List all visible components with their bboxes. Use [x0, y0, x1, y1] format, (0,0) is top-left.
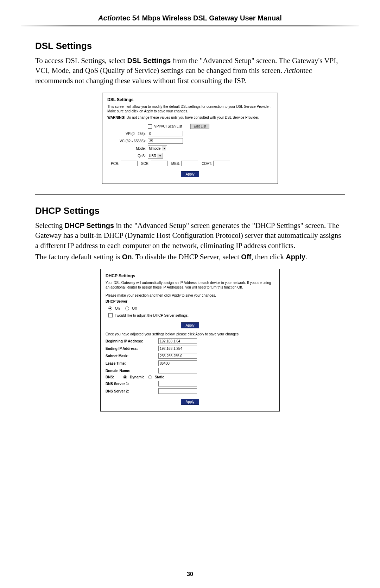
- scan-list-checkbox[interactable]: [148, 124, 152, 129]
- dns-dynamic-radio[interactable]: [123, 375, 127, 379]
- dhcp-p2-e: , then click: [251, 253, 286, 261]
- dhcp-p2-on: On: [122, 253, 132, 261]
- dns-label: DNS:: [106, 375, 120, 379]
- vci-label: VCI(32 - 65535):: [107, 139, 148, 143]
- scan-list-label: VPI/VCI Scan List: [154, 124, 182, 128]
- dns2-input[interactable]: [158, 388, 197, 394]
- dhcp-adjusted-note: Once you have adjusted your settings bel…: [106, 332, 274, 336]
- dsl-ss-title: DSL Settings: [107, 97, 273, 102]
- scr-label: SCR:: [141, 162, 150, 166]
- warning-text: Do not change these values until you hav…: [126, 116, 259, 119]
- dns-type-row: DNS: Dynamic Static: [106, 375, 274, 379]
- dsl-form: VPI/VCI Scan List Edit List VPI(0 - 255)…: [107, 124, 273, 177]
- dns-dynamic-label: Dynamic: [130, 375, 145, 379]
- dns1-input[interactable]: [158, 381, 197, 386]
- dhcp-apply-button-2[interactable]: Apply: [181, 399, 199, 405]
- brand-rest: tec 54 Mbps Wireless DSL Gateway User Ma…: [120, 14, 282, 22]
- dsl-ss-warning: WARNING! Do not change these values unti…: [107, 116, 273, 119]
- dhcp-p1-a: Selecting: [35, 221, 64, 230]
- dhcp-apply-button-1[interactable]: Apply: [181, 322, 199, 328]
- mbs-input[interactable]: [181, 161, 198, 166]
- on-label: On: [115, 307, 120, 310]
- scr-input[interactable]: [151, 161, 168, 166]
- end-ip-label: Ending IP Address:: [106, 347, 158, 351]
- qos-value: UBR: [149, 154, 156, 158]
- dns2-label: DNS Server 2:: [106, 389, 158, 393]
- warning-label: WARNING!: [107, 116, 126, 119]
- edit-list-button[interactable]: Edit List: [190, 124, 209, 129]
- off-label: Off: [132, 307, 137, 310]
- chevron-down-icon: ▾: [158, 154, 162, 158]
- dsl-settings-heading: DSL Settings: [35, 41, 345, 51]
- vci-input[interactable]: 35: [148, 138, 183, 144]
- begin-ip-row: Beginning IP Address: 192.168.1.64: [106, 338, 274, 344]
- dsl-apply-button[interactable]: Apply: [181, 171, 199, 177]
- dhcp-settings-heading: DHCP Settings: [35, 205, 345, 216]
- vci-row: VCI(32 - 65535): 35: [107, 138, 273, 144]
- dhcp-p2-g: .: [305, 253, 307, 261]
- adjust-row: I would like to adjust the DHCP Server s…: [108, 313, 274, 317]
- page: Actiontec 54 Mbps Wireless DSL Gateway U…: [0, 0, 380, 588]
- dns1-row: DNS Server 1:: [106, 381, 274, 386]
- dns2-row: DNS Server 2:: [106, 388, 274, 394]
- rate-params-row: PCR: SCR: MBS: CDVT:: [107, 161, 273, 166]
- adjust-checkbox[interactable]: [108, 313, 113, 317]
- dsl-intro-a: To access DSL Settings, select: [35, 56, 127, 65]
- manual-header: Actiontec 54 Mbps Wireless DSL Gateway U…: [35, 14, 345, 22]
- section-divider: [35, 194, 345, 195]
- dhcp-apply1-wrap: Apply: [106, 322, 274, 328]
- dhcp-p1-bold: DHCP Settings: [64, 222, 114, 229]
- mode-row: Mode: Mmode ▾: [107, 146, 273, 151]
- dhcp-p2-apply: Apply: [286, 253, 305, 261]
- qos-select[interactable]: UBR ▾: [148, 153, 163, 159]
- chevron-down-icon: ▾: [162, 146, 166, 150]
- dhcp-ss-desc: Your DSL Gateway will automatically assi…: [106, 280, 274, 290]
- vpi-input[interactable]: 0: [148, 131, 183, 136]
- dhcp-p2-off: Off: [241, 253, 251, 261]
- qos-row: QoS: UBR ▾: [107, 153, 273, 159]
- dsl-ss-desc: This screen will allow you to modify the…: [107, 104, 273, 113]
- dhcp-off-radio[interactable]: [125, 307, 129, 310]
- dhcp-paragraph-1: Selecting DHCP Settings in the "Advanced…: [35, 221, 345, 250]
- cdvt-input[interactable]: [213, 161, 230, 166]
- lease-input[interactable]: 86400: [158, 360, 197, 366]
- subnet-row: Subnet Mask: 255.255.255.0: [106, 353, 274, 359]
- mode-value: Mmode: [149, 147, 160, 150]
- dhcp-p2-c: . To disable the DHCP Server, select: [132, 253, 241, 261]
- dsl-intro-paragraph: To access DSL Settings, select DSL Setti…: [35, 56, 345, 86]
- dsl-apply-wrap: Apply: [107, 171, 273, 177]
- begin-ip-label: Beginning IP Address:: [106, 339, 158, 343]
- dhcp-p2-a: The factory default setting is: [35, 253, 122, 261]
- adjust-label: I would like to adjust the DHCP Server s…: [115, 314, 189, 317]
- vpi-label: VPI(0 - 255):: [107, 132, 148, 136]
- dhcp-ss-title: DHCP Settings: [106, 273, 274, 278]
- mode-select[interactable]: Mmode ▾: [148, 146, 167, 151]
- dsl-intro-italic: Action: [284, 66, 303, 75]
- dsl-screenshot: DSL Settings This screen will allow you …: [102, 93, 278, 184]
- pcr-label: PCR:: [111, 162, 119, 166]
- dhcp-ss-instruction: Please make your selection and then clic…: [106, 293, 274, 298]
- end-ip-row: Ending IP Address: 192.168.1.254: [106, 346, 274, 351]
- dns1-label: DNS Server 1:: [106, 382, 158, 386]
- header-divider: [21, 25, 359, 26]
- end-ip-input[interactable]: 192.168.1.254: [158, 346, 197, 351]
- domain-row: Domain Name:: [106, 368, 274, 373]
- page-number: 30: [0, 571, 380, 577]
- dsl-intro-bold: DSL Settings: [127, 57, 171, 64]
- dhcp-on-off-row: On Off: [108, 307, 274, 310]
- dhcp-screenshot: DHCP Settings Your DSL Gateway will auto…: [100, 269, 280, 411]
- scan-list-row: VPI/VCI Scan List Edit List: [107, 124, 273, 129]
- domain-input[interactable]: [158, 368, 197, 373]
- dns-static-radio[interactable]: [148, 375, 152, 379]
- brand-italic: Action: [98, 14, 120, 22]
- dhcp-on-radio[interactable]: [108, 307, 112, 310]
- subnet-input[interactable]: 255.255.255.0: [158, 353, 197, 359]
- subnet-label: Subnet Mask:: [106, 354, 158, 358]
- cdvt-label: CDVT:: [202, 162, 212, 166]
- lease-label: Lease Time:: [106, 361, 158, 365]
- qos-label: QoS:: [107, 154, 148, 158]
- vpi-row: VPI(0 - 255): 0: [107, 131, 273, 136]
- domain-label: Domain Name:: [106, 369, 158, 373]
- pcr-input[interactable]: [121, 161, 138, 166]
- begin-ip-input[interactable]: 192.168.1.64: [158, 338, 197, 344]
